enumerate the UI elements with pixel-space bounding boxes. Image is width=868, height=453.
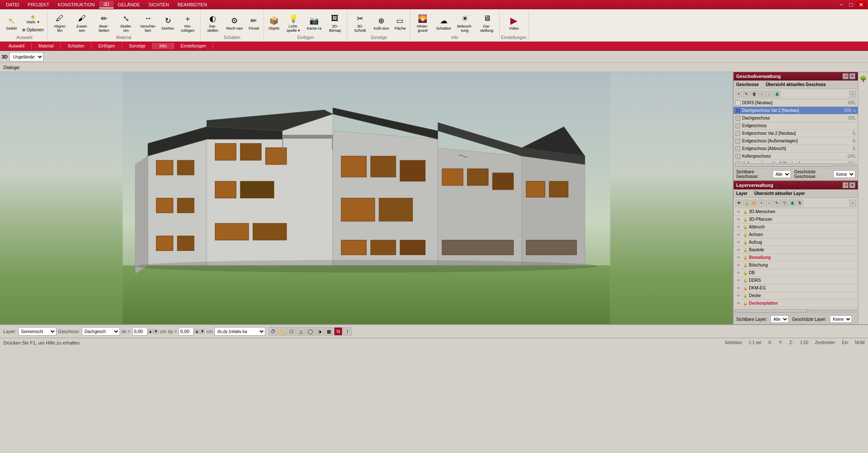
layer-item-achsen[interactable]: 👁 🔒 Achsen <box>734 231 858 239</box>
status-snap-btn4[interactable]: △ <box>297 327 305 336</box>
layer-item-deckenplatten[interactable]: 👁 🔒 Deckenplatten <box>734 300 858 307</box>
ribbon-btn-pinsel[interactable]: ✏ Pinsel <box>246 14 262 32</box>
geschoss-status-select[interactable]: Dachgesch <box>82 327 120 336</box>
geschoss-up-btn[interactable]: ↑ <box>758 91 765 97</box>
section-material[interactable]: Material <box>32 43 61 49</box>
layer-pin-btn[interactable]: 📌 <box>843 182 849 188</box>
ribbon-btn-selekt[interactable]: ↖ Selekt <box>3 14 19 32</box>
dx-up-btn[interactable]: ▲ <box>148 329 153 333</box>
ribbon-btn-drehen[interactable]: ↻ Drehen <box>159 14 176 32</box>
status-snap-btn1[interactable]: ⏱ <box>269 327 277 336</box>
layer-item-db[interactable]: 👁 🔒 DB <box>734 269 858 277</box>
geschoss-del-btn[interactable]: 🗑 <box>751 91 757 97</box>
section-info[interactable]: Info <box>153 43 174 49</box>
menu-item-gelaende[interactable]: GELÄNDE <box>114 1 145 8</box>
layer-tree-btn[interactable]: 🌲 <box>789 200 796 206</box>
geschutzte-geschosse-select[interactable]: Keine <box>833 170 855 178</box>
ribbon-btn-hinzufuegen[interactable]: ＋ Hin-zufügen <box>177 11 198 34</box>
ribbon-btn-video[interactable]: ▶ Video <box>506 14 522 32</box>
dy-up-btn[interactable]: ▲ <box>194 329 199 333</box>
geschutzte-layer-select[interactable]: Keine <box>830 315 852 323</box>
geschoss-item-7[interactable]: Kellergeschoss -243, <box>734 153 858 160</box>
section-einstellungen[interactable]: Einstellungen <box>174 43 213 49</box>
section-sonstige[interactable]: Sonstige <box>122 43 153 49</box>
menu-item-bearbeiten[interactable]: BEARBEITEN <box>173 1 211 8</box>
geschoss-item-5[interactable]: Erdgeschoss [Außenanlagen] 0, <box>734 137 858 145</box>
ribbon-btn-abgreifen[interactable]: 🖊 Abgrei-fen <box>49 11 70 34</box>
win-minimize[interactable]: − <box>837 1 846 8</box>
geschoss-pin-btn[interactable]: 📌 <box>843 73 849 79</box>
geschoss-item-2[interactable]: Dachgeschoss 335, <box>734 114 858 122</box>
layer-close-btn[interactable]: ✕ <box>849 182 855 188</box>
ribbon-btn-mark[interactable]: ◈ Mark. ▾ <box>20 12 45 25</box>
ribbon-btn-zuweisen[interactable]: 🖌 Zuwei-sen <box>71 11 92 34</box>
status-snap-btn8[interactable]: N <box>334 327 342 336</box>
dy-input[interactable] <box>178 327 194 336</box>
ribbon-btn-schatten2[interactable]: ☁ Schatten <box>434 14 453 32</box>
ribbon-btn-kollision[interactable]: ⊕ Kolli-sion <box>371 14 391 32</box>
menu-item-datei[interactable]: DATEI <box>2 1 24 8</box>
layer-item-bauteile[interactable]: 👁 🔒 Bauteile <box>734 246 858 254</box>
geschoss-item-0[interactable]: DDRS [Neubau] 935, <box>734 99 858 107</box>
ribbon-btn-lichtquelle[interactable]: 💡 Licht-quelle ▾ <box>283 11 304 34</box>
layer-item-ddrs[interactable]: 👁 🔒 DDRS <box>734 277 858 284</box>
win-close[interactable]: ✕ <box>856 1 866 8</box>
status-snap-btn3[interactable]: ⬡ <box>287 327 296 336</box>
layer-item-abbruch[interactable]: 👁 🔒 Abbruch <box>734 223 858 231</box>
layer-item-aufzug[interactable]: 👁 🔒 Aufzug <box>734 239 858 246</box>
layer-color-btn[interactable]: 🎨 <box>751 200 757 206</box>
layer-edit-btn[interactable]: ✎ <box>773 200 780 206</box>
geschoss-collapse-btn[interactable]: − <box>849 91 856 97</box>
status-snap-btn9[interactable]: ⁞ <box>343 327 352 336</box>
layer-vis-btn[interactable]: 👁 <box>735 200 742 206</box>
geschoss-down-btn[interactable]: ↓ <box>766 91 773 97</box>
layer-item-dkmeg[interactable]: 👁 🔒 DKM-EG <box>734 284 858 292</box>
geschoss-item-8[interactable]: Kellergeschoss Var.2 [Neubau] -365, <box>734 160 858 163</box>
dy-down-btn[interactable]: ▼ <box>200 329 205 333</box>
dx-input[interactable] <box>132 327 147 336</box>
layer-item-bemasssung[interactable]: 👁 🔒 Bemaßung <box>734 254 858 261</box>
menu-item-sichten[interactable]: SICHTEN <box>144 1 173 8</box>
geschoss-tree-btn[interactable]: 🌲 <box>773 91 780 97</box>
layer-item-3dpflanzen[interactable]: 👁 🔒 3D-Pflanzen <box>734 216 858 223</box>
sichtbare-layer-select[interactable]: Alle <box>771 315 789 323</box>
layer-sort-btn[interactable]: ⇅ <box>796 200 803 206</box>
sichtbare-geschosse-select[interactable]: Alle <box>773 170 791 178</box>
ribbon-btn-bearbeiten[interactable]: ✏ Bear-beiten <box>93 11 114 34</box>
geschoss-item-4[interactable]: Erdgeschoss Var.2 [Neubau] 0, <box>734 130 858 137</box>
layer-collapse-btn[interactable]: − <box>849 200 856 206</box>
geschoss-edit-btn[interactable]: ✎ <box>743 91 750 97</box>
dx-down-btn[interactable]: ▼ <box>153 329 159 333</box>
layer-lock-btn[interactable]: 🔒 <box>743 200 750 206</box>
status-snap-btn6[interactable]: ⬗ <box>315 327 324 336</box>
rel-select[interactable]: dx,dy (relativ ka <box>214 327 265 336</box>
ribbon-btn-beleuchtung[interactable]: ☀ Beleuch-tung <box>454 11 476 34</box>
ribbon-btn-darstellung[interactable]: 🖥 Dar-stellung <box>476 11 498 34</box>
status-snap-btn7[interactable]: ▦ <box>325 327 333 336</box>
status-snap-btn5[interactable]: ◯ <box>306 327 314 336</box>
ribbon-btn-objekt[interactable]: 📦 Objekt <box>266 14 282 32</box>
menu-item-konstruktion[interactable]: KONSTRUKTION <box>53 1 99 8</box>
menu-item-3d[interactable]: 3D <box>99 1 114 8</box>
section-auswahl[interactable]: Auswahl <box>2 43 32 49</box>
ribbon-btn-optionen[interactable]: ⊕ Optionen <box>20 26 45 33</box>
geschoss-item-1[interactable]: Dachgeschoss Var.2 [Neubau] 335, ● <box>734 107 858 114</box>
section-einfuegen[interactable]: Einfügen <box>92 43 122 49</box>
ribbon-btn-rechnen[interactable]: ⚙ Rech-nen <box>224 14 245 32</box>
layer-item-3dmenschen[interactable]: 👁 🔒 3D-Menschen <box>734 208 858 216</box>
layer-del-btn[interactable]: − <box>766 200 773 206</box>
geschoss-item-3[interactable]: Erdgeschoss <box>734 122 858 130</box>
layer-scrollbar[interactable] <box>734 309 857 313</box>
ribbon-btn-hintergrund[interactable]: 🌄 Hinter-grund <box>412 11 433 34</box>
ribbon-btn-kamera[interactable]: 📷 Kame-ra <box>305 14 324 32</box>
geschoss-scrollbar[interactable] <box>734 164 857 167</box>
win-maximize[interactable]: □ <box>847 1 855 8</box>
layer-filter-btn[interactable]: ▽ <box>781 200 788 206</box>
ribbon-btn-verschieben[interactable]: ↔ Verschie-ben <box>137 11 159 34</box>
section-schatten[interactable]: Schatten <box>61 43 91 49</box>
geschoss-item-6[interactable]: Erdgeschoss [Abbruch] 0, <box>734 145 858 153</box>
ribbon-btn-3dbitmap[interactable]: 🖼 3D-Bitmap <box>324 11 345 34</box>
layer-item-boeschung[interactable]: 👁 🔒 Böschung <box>734 261 858 269</box>
layer-status-select[interactable]: Sonnenschi <box>18 327 56 336</box>
ribbon-btn-skalieren[interactable]: ⤡ Skalie-ren <box>115 11 136 34</box>
